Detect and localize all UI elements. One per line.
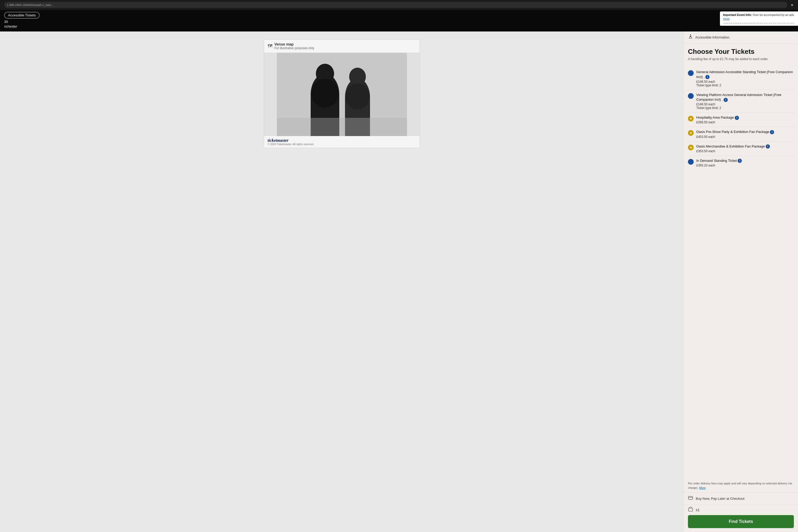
- left-panel: 🗺 Venue map For illustrative purposes on…: [0, 32, 684, 532]
- quantity-text: x1: [696, 508, 700, 512]
- svg-point-7: [349, 68, 366, 86]
- ticket-price-3: £268.50 each: [696, 120, 794, 124]
- venue-map-header: 🗺 Venue map For illustrative purposes on…: [264, 40, 420, 53]
- ticket-details-2: Viewing Platform Access General Admissio…: [696, 93, 794, 110]
- ticket-name-3: Hospitality Area Packagei: [696, 115, 794, 120]
- quantity-bar: x1: [684, 505, 798, 515]
- svg-point-10: [690, 34, 691, 35]
- delivery-note: Per order delivery fees may apply and wi…: [684, 479, 798, 492]
- main-layout: 🗺 Venue map For illustrative purposes on…: [0, 32, 798, 532]
- ticket-name-4: Oasis Pre-Show Party & Exhibition Fan Pa…: [696, 130, 794, 134]
- ticket-name-5: Oasis Merchandise & Exhibition Fan Packa…: [696, 144, 794, 149]
- important-info-label: Important Event Info:: [723, 13, 752, 16]
- ticket-name-1: General Admission Accessible Standing Ti…: [696, 70, 794, 79]
- quantity-icon: [688, 507, 693, 513]
- map-icon: 🗺: [268, 43, 272, 49]
- ticket-details-4: Oasis Pre-Show Party & Exhibition Fan Pa…: [696, 130, 794, 138]
- venue-map-image: [264, 53, 420, 136]
- ticket-item-6[interactable]: In Demand Standing Ticketi£355.20 each: [688, 156, 794, 170]
- delivery-more-link[interactable]: More: [699, 486, 706, 489]
- important-info-text: Over be accompanied by an adu: [753, 13, 794, 16]
- ticket-item-1[interactable]: General Admission Accessible Standing Ti…: [688, 67, 794, 90]
- venue-map-subtitle: For illustrative purposes only.: [274, 46, 315, 50]
- svg-rect-11: [688, 496, 692, 499]
- choose-tickets-title: Choose Your Tickets: [688, 48, 794, 56]
- svg-point-4: [311, 79, 339, 108]
- venue-map-title: Venue map: [274, 42, 315, 46]
- ticket-price-6: £355.20 each: [696, 164, 794, 167]
- band-photo-svg: [264, 53, 420, 136]
- bookmark-star-icon[interactable]: ★: [791, 3, 794, 7]
- ticket-details-3: Hospitality Area Packagei£268.50 each: [696, 115, 794, 124]
- svg-rect-9: [277, 118, 407, 136]
- ticket-dot-2: [688, 93, 694, 99]
- important-info-more-link[interactable]: more: [723, 17, 729, 20]
- ticket-name-6: In Demand Standing Ticketi: [696, 158, 794, 163]
- info-icon-4[interactable]: i: [770, 130, 774, 134]
- url-text: 1-888-4484-15b5b5b2ada5-n_tabe...: [7, 3, 54, 6]
- ticket-price-4: £453.50 each: [696, 135, 794, 139]
- accessible-info-icon: [688, 34, 693, 41]
- ticket-dot-5: ★: [688, 145, 694, 150]
- ticket-details-6: In Demand Standing Ticketi£355.20 each: [696, 158, 794, 167]
- ticket-dot-1: [688, 70, 694, 76]
- ticket-dot-3: ★: [688, 116, 694, 121]
- venue-map-container: 🗺 Venue map For illustrative purposes on…: [264, 39, 420, 148]
- ticket-item-3[interactable]: ★Hospitality Area Packagei£268.50 each: [688, 113, 794, 127]
- event-line2: nchester: [4, 24, 794, 29]
- ticket-price-5: £353.50 each: [696, 149, 794, 153]
- info-icon-5[interactable]: i: [766, 145, 770, 149]
- svg-rect-12: [688, 508, 692, 511]
- ticket-item-5[interactable]: ★Oasis Merchandise & Exhibition Fan Pack…: [688, 141, 794, 156]
- diagonal-stripe: [723, 23, 795, 24]
- handling-fee-text: A handling fee of up to £2.75 may be add…: [688, 57, 794, 61]
- ticket-price-1: £148.50 each: [696, 80, 794, 83]
- right-panel: Accessible Information. Choose Your Tick…: [684, 32, 798, 532]
- browser-url-bar[interactable]: 1-888-4484-15b5b5b2ada5-n_tabe...: [4, 2, 787, 8]
- choose-tickets-section: Choose Your Tickets A handling fee of up…: [684, 43, 798, 67]
- browser-bar: 1-888-4484-15b5b5b2ada5-n_tabe... ★: [0, 0, 798, 10]
- ticket-price-2: £148.50 each: [696, 102, 794, 106]
- ticketmaster-copyright: © 2024 Ticketmaster. All rights reserved…: [268, 143, 416, 146]
- ticketmaster-footer: ticketmaster © 2024 Ticketmaster. All ri…: [264, 136, 420, 148]
- buy-now-icon: [688, 495, 693, 502]
- buy-now-pay-later-bar: Buy Now, Pay Later at Checkout: [684, 492, 798, 505]
- ticket-dot-4: ★: [688, 130, 694, 136]
- info-icon-1[interactable]: i: [705, 75, 709, 79]
- ticket-limit-1: Ticket type limit: 2: [696, 83, 794, 87]
- ticket-dot-6: [688, 159, 694, 165]
- accessible-info-text: Accessible Information.: [695, 35, 730, 39]
- ticket-name-2: Viewing Platform Access General Admissio…: [696, 93, 794, 102]
- ticket-details-1: General Admission Accessible Standing Ti…: [696, 70, 794, 87]
- event-header: Accessible Tickets 30 nchester Important…: [0, 10, 798, 32]
- ticket-item-2[interactable]: Viewing Platform Access General Admissio…: [688, 90, 794, 113]
- ticket-item-4[interactable]: ★Oasis Pre-Show Party & Exhibition Fan P…: [688, 127, 794, 141]
- important-info-box: Important Event Info: Over be accompanie…: [720, 12, 798, 26]
- info-icon-2[interactable]: i: [724, 98, 728, 102]
- buy-now-text: Buy Now, Pay Later at Checkout: [696, 497, 744, 500]
- ticket-details-5: Oasis Merchandise & Exhibition Fan Packa…: [696, 144, 794, 153]
- ticketmaster-logo: ticketmaster: [268, 138, 416, 143]
- info-icon-6[interactable]: i: [738, 159, 742, 163]
- find-tickets-button[interactable]: Find Tickets: [688, 515, 794, 528]
- event-line1: 30: [4, 20, 794, 24]
- tickets-list: General Admission Accessible Standing Ti…: [684, 67, 798, 479]
- accessible-info-bar: Accessible Information.: [684, 32, 798, 43]
- svg-point-8: [345, 83, 369, 110]
- accessible-tickets-button[interactable]: Accessible Tickets: [4, 12, 40, 18]
- info-icon-3[interactable]: i: [735, 116, 739, 120]
- ticket-limit-2: Ticket type limit: 2: [696, 106, 794, 110]
- event-info: 30 nchester: [4, 20, 794, 29]
